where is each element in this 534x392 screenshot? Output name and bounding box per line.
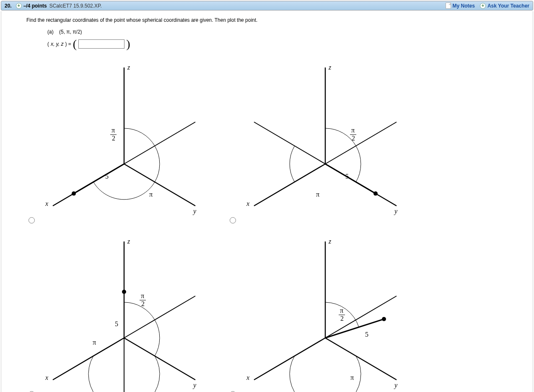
svg-text:π: π	[350, 374, 354, 381]
answer-row: ( x, y, z ) = ( )	[47, 37, 520, 51]
svg-line-33	[124, 296, 195, 338]
notes-icon	[446, 3, 451, 9]
svg-point-34	[122, 290, 126, 294]
plot-c-svg: z x y π 2 5 π	[40, 237, 204, 392]
svg-text:5: 5	[105, 173, 109, 180]
svg-point-20	[373, 192, 378, 196]
svg-text:2: 2	[340, 315, 344, 322]
question-number: 20.	[5, 3, 12, 9]
svg-text:π: π	[111, 127, 115, 134]
ask-teacher-link[interactable]: Ask Your Teacher	[487, 3, 529, 9]
svg-line-18	[325, 122, 397, 164]
svg-text:y: y	[192, 382, 197, 389]
plot-b-svg: z x y π 2 5 π	[241, 63, 405, 229]
answer-label-open: (	[47, 41, 49, 47]
svg-text:x: x	[246, 200, 249, 207]
part-a: (a) (5, π, π/2)	[47, 29, 520, 35]
svg-text:z: z	[328, 238, 332, 245]
svg-line-17	[254, 122, 325, 164]
answer-input[interactable]	[78, 39, 124, 49]
given-coordinates: (5, π, π/2)	[59, 29, 82, 35]
svg-text:y: y	[394, 382, 398, 389]
right-paren: )	[126, 37, 130, 51]
svg-text:π: π	[93, 339, 96, 346]
svg-text:x: x	[246, 374, 249, 381]
svg-point-48	[382, 317, 386, 321]
my-notes-link[interactable]: My Notes	[453, 3, 475, 9]
plot-option-c: z x y π 2 5 π	[26, 237, 211, 392]
svg-text:2: 2	[141, 300, 145, 307]
svg-text:z: z	[328, 64, 332, 71]
svg-point-5	[72, 192, 76, 196]
question-body: Find the rectangular coordinates of the …	[1, 11, 533, 392]
svg-text:π: π	[149, 191, 153, 198]
svg-text:π: π	[340, 307, 343, 314]
plot-option-d: z x y π 2 5 π	[228, 237, 412, 392]
svg-line-3	[124, 122, 195, 164]
svg-line-47	[325, 319, 384, 338]
left-paren: (	[73, 37, 77, 51]
svg-text:2: 2	[112, 135, 115, 142]
expand-icon[interactable]: +	[16, 3, 22, 9]
svg-text:π: π	[141, 292, 144, 299]
plot-option-b: z x y π 2 5 π	[228, 63, 412, 229]
source-text: SCalcET7 15.9.502.XP.	[49, 3, 102, 9]
svg-text:2: 2	[352, 135, 355, 142]
svg-text:5: 5	[365, 331, 368, 338]
svg-line-16	[254, 164, 325, 206]
svg-text:x: x	[45, 374, 48, 381]
svg-text:5: 5	[115, 320, 118, 327]
question-header: 20. + –/4 points SCalcET7 15.9.502.XP. M…	[1, 1, 533, 10]
svg-line-46	[325, 296, 397, 338]
plot-a-svg: z x y π 2 5 π	[40, 63, 204, 229]
svg-text:π: π	[316, 191, 319, 198]
plot-d-svg: z x y π 2 5 π	[241, 237, 405, 392]
svg-line-19	[325, 164, 376, 194]
svg-text:5: 5	[345, 173, 349, 180]
ask-teacher-icon[interactable]: +	[480, 3, 486, 9]
svg-text:z: z	[127, 64, 130, 71]
svg-text:x: x	[45, 200, 48, 207]
svg-text:y: y	[394, 208, 398, 215]
svg-line-1	[124, 164, 195, 206]
plot-option-a: z x y π 2 5 π	[26, 63, 211, 229]
plot-options: z x y π 2 5 π	[26, 63, 412, 392]
answer-vars: x, y, z	[51, 41, 63, 47]
question-prompt: Find the rectangular coordinates of the …	[26, 17, 520, 23]
radio-option-b[interactable]	[230, 217, 236, 223]
points-text: –/4 points	[23, 3, 47, 9]
radio-option-a[interactable]	[29, 217, 35, 223]
answer-label-close: ) =	[65, 41, 71, 47]
svg-text:y: y	[192, 208, 197, 215]
svg-text:z: z	[127, 238, 130, 245]
part-label: (a)	[47, 29, 54, 35]
svg-text:π: π	[351, 127, 355, 134]
